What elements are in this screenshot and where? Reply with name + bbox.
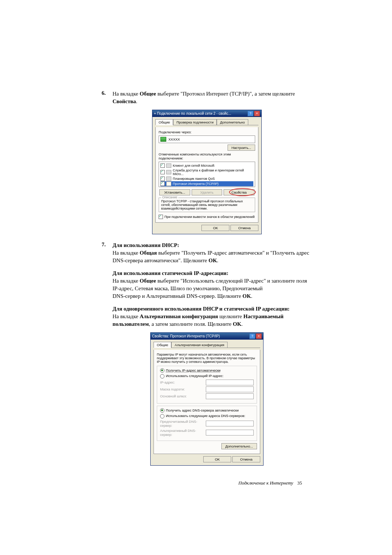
cancel-button[interactable]: Отмена [230,225,258,231]
notify-checkbox[interactable] [159,215,163,219]
help-button[interactable]: ? [248,111,253,116]
list-item-tcpip[interactable]: Протокол Интернета (TCP/IP) [160,181,253,186]
tab-altconfig[interactable]: Альтернативная конфигурация [171,342,228,348]
advanced-button[interactable]: Дополнительно... [221,443,257,449]
radio-auto-dns[interactable] [160,408,164,413]
checkbox-icon[interactable] [160,182,165,186]
ip-address-field[interactable] [206,380,254,385]
dialog-titlebar: + Подключение по локальной сети 2 - свой… [152,110,261,117]
description-text: Протокол TCP/IP - стандартный протокол г… [161,199,253,210]
page-footer: Подключение к Интернету 35 [102,480,312,486]
tab-strip: Общие Альтернативная конфигурация [154,342,260,348]
ok-button[interactable]: OK [203,456,231,462]
checkbox-icon[interactable] [160,163,165,168]
tab-auth[interactable]: Проверка подлинности [173,119,217,125]
lan-properties-dialog: + Подключение по локальной сети 2 - свой… [152,110,262,234]
dialog-titlebar: Свойства: Протокол Интернета (TCP/IP) ? … [151,333,263,340]
configure-button[interactable]: Настроить... [228,145,255,151]
ok-button[interactable]: OK [201,225,229,231]
components-list[interactable]: Клиент для сетей Microsoft Служба доступ… [159,162,255,187]
tab-general[interactable]: Общие [155,119,173,125]
tcpip-properties-dialog: Свойства: Протокол Интернета (TCP/IP) ? … [150,332,264,466]
connect-through-label: Подключение через: [159,130,255,134]
dialog-title: + Подключение по локальной сети 2 - свой… [154,112,231,116]
preferred-dns-field[interactable] [206,421,254,426]
step-number: 6. [102,90,113,105]
list-item[interactable]: Клиент для сетей Microsoft [160,163,253,168]
component-icon [166,170,171,174]
component-icon [166,163,171,168]
adapter-name: XXXXX [168,137,180,141]
checkbox-icon[interactable] [160,177,165,181]
remove-button: Удалить [192,189,222,195]
step-body: Для использования DHCP: На вкладке Общая… [113,242,312,328]
radio-static-dns[interactable] [160,414,164,418]
component-icon [166,182,171,186]
cancel-button[interactable]: Отмена [232,456,260,462]
description-fieldset: Описание Протокол TCP/IP - стандартный п… [159,198,255,212]
radio-auto-ip[interactable] [160,368,164,373]
close-button[interactable]: × [254,111,260,116]
intro-text: Параметры IP могут назначаться автоматич… [157,353,257,364]
list-item[interactable]: Планировщик пакетов QoS [160,176,253,181]
close-button[interactable]: × [256,333,262,339]
dialog-title: Свойства: Протокол Интернета (TCP/IP) [152,334,220,338]
footer-section: Подключение к Интернету [238,480,293,486]
page-number: 35 [297,480,302,486]
ip-group: Получить IP-адрес автоматически Использо… [157,366,257,404]
components-label: Отмеченные компоненты используются этим … [159,152,255,160]
step-body: На вкладке Общее выберите "Протокол Инте… [113,90,312,105]
dns-group: Получить адрес DNS-сервера автоматически… [157,406,257,441]
gateway-field[interactable] [206,393,254,399]
adapter-box: XXXXX [159,135,255,143]
tab-general[interactable]: Общие [154,342,171,348]
properties-button[interactable]: Свойства [224,189,254,195]
help-button[interactable]: ? [249,333,255,339]
step-6: 6. На вкладке Общее выберите "Протокол И… [102,90,312,105]
install-button[interactable]: Установить... [159,189,190,195]
radio-static-ip[interactable] [160,374,164,378]
list-item[interactable]: Служба доступа к файлам и принтерам сете… [160,168,253,176]
notify-label: При подключении вывести значок в области… [164,215,254,219]
checkbox-icon[interactable] [160,170,165,174]
alt-dns-field[interactable] [206,430,254,436]
description-legend: Описание [161,195,178,199]
step-7: 7. Для использования DHCP: На вкладке Об… [102,242,312,328]
step-number: 7. [102,242,113,328]
tab-strip: Общие Проверка подлинности Дополнительно [155,119,258,125]
subnet-mask-field[interactable] [206,386,254,392]
component-icon [166,177,171,181]
tab-advanced[interactable]: Дополнительно [217,119,248,125]
network-adapter-icon [160,137,166,142]
